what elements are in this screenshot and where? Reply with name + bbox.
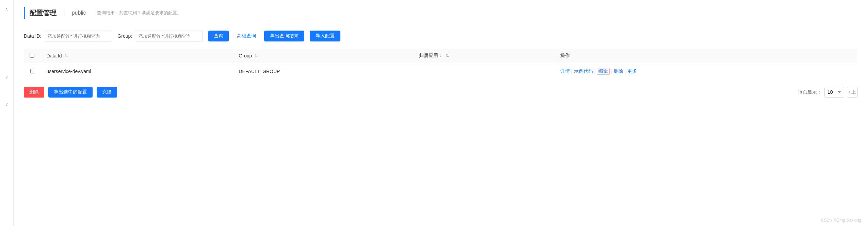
delete-link[interactable]: 删除 — [614, 68, 623, 74]
row-app — [414, 63, 555, 80]
th-action: 操作 — [555, 49, 858, 63]
row-group: DEFAULT_GROUP — [233, 63, 414, 80]
th-checkbox — [24, 49, 41, 63]
prev-page-button[interactable]: ‹ 上 — [847, 87, 858, 98]
row-data-id: userservice-dev.yaml — [41, 63, 234, 80]
row-checkbox[interactable] — [30, 69, 35, 73]
row-actions: 详情 | 示例代码 | 编辑 | 删除 | 更多 — [555, 63, 858, 80]
group-input[interactable] — [135, 31, 203, 41]
data-id-field: Data ID: — [24, 31, 112, 41]
sort-data-id-icon[interactable]: ⇅ — [65, 54, 68, 58]
page-size-label: 每页显示： — [798, 89, 822, 95]
detail-link[interactable]: 详情 — [560, 68, 570, 74]
table-body: userservice-dev.yaml DEFAULT_GROUP 详情 | … — [24, 63, 858, 80]
th-app-label: 归属应用： — [419, 53, 443, 58]
data-id-input[interactable] — [44, 31, 112, 41]
separator-4: | — [625, 69, 626, 74]
th-group: Group ⇅ — [233, 49, 414, 63]
table-header: Data Id ⇅ Group ⇅ 归属应用： ⇅ 操作 — [24, 49, 858, 63]
title-accent — [24, 7, 25, 19]
export-button[interactable]: 导出查询结果 — [264, 31, 304, 41]
separator-1: | — [571, 69, 573, 74]
group-label: Group: — [117, 33, 132, 39]
prev-page-icon: ‹ 上 — [849, 89, 856, 95]
select-all-checkbox[interactable] — [30, 53, 34, 58]
row-checkbox-cell — [24, 63, 41, 80]
toggle-down-bottom-icon[interactable]: ∨ — [5, 102, 8, 107]
pagination: 每页显示： 10 20 50 100 ‹ 上 — [798, 87, 858, 98]
export-selected-button[interactable]: 导出选中的配置 — [48, 87, 93, 98]
edit-link[interactable]: 编辑 — [597, 68, 610, 75]
sort-group-icon[interactable]: ⇅ — [255, 54, 258, 58]
bottom-left: 删除 导出选中的配置 克隆 — [24, 87, 117, 98]
sort-app-icon[interactable]: ⇅ — [446, 53, 449, 58]
search-bar: Data ID: Group: 查询 高级查询 导出查询结果 导入配置 — [24, 31, 858, 41]
page-container: ∧ ∨ ∨ 配置管理 | public 查询结果：共查询到 1 条满足要求的配置… — [0, 0, 868, 226]
page-header: 配置管理 | public 查询结果：共查询到 1 条满足要求的配置。 — [24, 7, 858, 22]
page-size-select[interactable]: 10 20 50 100 — [824, 87, 844, 98]
query-result-text: 查询结果：共查询到 1 条满足要求的配置。 — [97, 10, 181, 16]
main-content: 配置管理 | public 查询结果：共查询到 1 条满足要求的配置。 Data… — [14, 0, 868, 104]
page-subtitle: public — [72, 10, 86, 16]
bottom-bar: 删除 导出选中的配置 克隆 每页显示： 10 20 50 100 ‹ 上 — [24, 87, 858, 98]
data-id-label: Data ID: — [24, 33, 41, 39]
more-link[interactable]: 更多 — [627, 68, 637, 74]
th-app: 归属应用： ⇅ — [414, 49, 555, 63]
toggle-down-top-icon[interactable]: ∨ — [5, 75, 8, 80]
sample-code-link[interactable]: 示例代码 — [574, 68, 593, 74]
delete-button[interactable]: 删除 — [24, 87, 44, 98]
query-button[interactable]: 查询 — [208, 31, 229, 41]
toggle-up-icon[interactable]: ∧ — [5, 7, 8, 12]
table-row: userservice-dev.yaml DEFAULT_GROUP 详情 | … — [24, 63, 858, 80]
title-divider: | — [63, 10, 65, 17]
page-title: 配置管理 — [29, 8, 57, 18]
th-data-id-label: Data Id — [47, 53, 62, 58]
footer-watermark: CSDN ©Ding Jiaxiong — [821, 218, 861, 223]
page-title-bar: 配置管理 | public 查询结果：共查询到 1 条满足要求的配置。 — [24, 7, 181, 19]
clone-button[interactable]: 克隆 — [97, 87, 117, 98]
th-data-id: Data Id ⇅ — [41, 49, 234, 63]
import-button[interactable]: 导入配置 — [310, 31, 340, 41]
group-field: Group: — [117, 31, 203, 41]
action-links: 详情 | 示例代码 | 编辑 | 删除 | 更多 — [560, 68, 852, 75]
data-table: Data Id ⇅ Group ⇅ 归属应用： ⇅ 操作 — [24, 48, 858, 80]
advanced-query-button[interactable]: 高级查询 — [234, 31, 259, 41]
sidebar-toggle-column: ∧ ∨ ∨ — [0, 0, 14, 226]
separator-2: | — [594, 69, 596, 74]
th-group-label: Group — [239, 53, 252, 58]
table-header-row: Data Id ⇅ Group ⇅ 归属应用： ⇅ 操作 — [24, 49, 858, 63]
th-action-label: 操作 — [560, 53, 570, 58]
separator-3: | — [611, 69, 612, 74]
